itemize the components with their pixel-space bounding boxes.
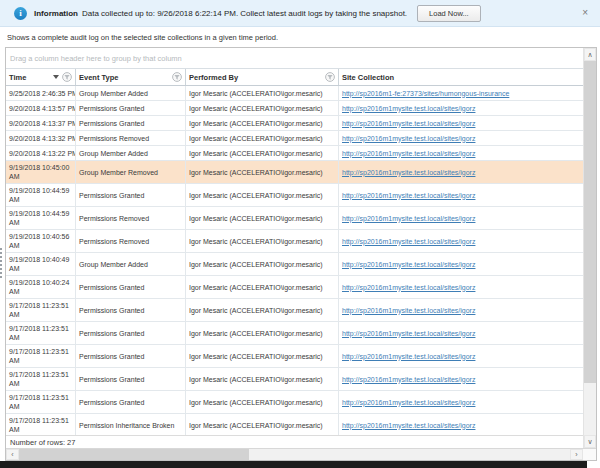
column-label: Site Collection xyxy=(342,73,394,82)
cell-event-type: Permissions Granted xyxy=(76,101,186,115)
audit-log-dialog: i Information Data collected up to: 9/26… xyxy=(0,0,600,468)
table-row[interactable]: 9/25/2018 2:46:35 PM Group Member Added … xyxy=(6,86,583,101)
table-row[interactable]: 9/20/2018 4:13:32 PM Permissions Removed… xyxy=(6,131,583,146)
site-collection-link[interactable]: http://sp2016m1mysite.test.local/sites/i… xyxy=(342,104,475,113)
site-collection-link[interactable]: http://sp2016m1mysite.test.local/sites/i… xyxy=(342,329,475,338)
table-row[interactable]: 9/19/2018 10:40:49 AM Group Member Added… xyxy=(6,253,583,276)
cell-site-collection: http://sp2016m1mysite.test.local/sites/i… xyxy=(339,230,583,252)
cell-site-collection: http://sp2016m1mysite.test.local/sites/i… xyxy=(339,345,583,367)
horizontal-scrollbar-thumb[interactable] xyxy=(19,449,249,460)
cell-performed-by: Igor Mesaric (ACCELERATIO\igor.mesaric) xyxy=(186,131,339,145)
table-row[interactable]: 9/20/2018 4:13:37 PM Permissions Granted… xyxy=(6,116,583,131)
site-collection-link[interactable]: http://sp2016m1mysite.test.local/sites/i… xyxy=(342,398,475,407)
column-header-performed-by[interactable]: Performed By xyxy=(186,69,339,85)
table-row[interactable]: 9/20/2018 4:13:57 PM Permissions Granted… xyxy=(6,101,583,116)
cell-event-type: Permissions Removed xyxy=(76,230,186,252)
column-label: Performed By xyxy=(189,73,238,82)
table-body: 9/25/2018 2:46:35 PM Group Member Added … xyxy=(6,86,583,435)
site-collection-link[interactable]: http://sp2016m1mysite.test.local/sites/i… xyxy=(342,237,475,246)
cell-site-collection: http://sp2016m1mysite.test.local/sites/i… xyxy=(339,391,583,413)
site-collection-link[interactable]: http://sp2016m1-fe:27373/sites/humongous… xyxy=(342,89,509,98)
cell-performed-by: Igor Mesaric (ACCELERATIO\igor.mesaric) xyxy=(186,86,339,100)
window-bottom-edge xyxy=(0,461,587,468)
cell-event-type: Permissions Granted xyxy=(76,391,186,413)
vertical-scrollbar[interactable]: ∧ ∨ xyxy=(583,48,596,448)
table-row[interactable]: 9/17/2018 11:23:51 AM Permissions Grante… xyxy=(6,299,583,322)
scroll-right-icon[interactable]: › xyxy=(570,449,583,460)
site-collection-link[interactable]: http://sp2016m1mysite.test.local/sites/i… xyxy=(342,283,475,292)
site-collection-link[interactable]: http://sp2016m1mysite.test.local/sites/i… xyxy=(342,149,475,158)
cell-performed-by: Igor Mesaric (ACCELERATIO\igor.mesaric) xyxy=(186,101,339,115)
cell-time: 9/19/2018 10:45:00 AM xyxy=(6,161,76,183)
table-row[interactable]: 9/19/2018 10:40:56 AM Permissions Remove… xyxy=(6,230,583,253)
table-row[interactable]: 9/19/2018 10:44:59 AM Permissions Grante… xyxy=(6,184,583,207)
cell-event-type: Group Member Removed xyxy=(76,161,186,183)
site-collection-link[interactable]: http://sp2016m1mysite.test.local/sites/i… xyxy=(342,191,475,200)
scroll-down-icon[interactable]: ∨ xyxy=(584,435,596,448)
load-now-button[interactable]: Load Now... xyxy=(417,5,481,22)
site-collection-link[interactable]: http://sp2016m1mysite.test.local/sites/i… xyxy=(342,134,475,143)
column-header-event-type[interactable]: Event Type xyxy=(76,69,186,85)
site-collection-link[interactable]: http://sp2016m1mysite.test.local/sites/i… xyxy=(342,306,475,315)
column-header-time[interactable]: Time xyxy=(6,69,76,85)
table-row[interactable]: 9/17/2018 11:23:51 AM Permissions Grante… xyxy=(6,368,583,391)
site-collection-link[interactable]: http://sp2016m1mysite.test.local/sites/i… xyxy=(342,260,475,269)
scroll-left-icon[interactable]: ‹ xyxy=(6,449,19,460)
vertical-scrollbar-thumb[interactable] xyxy=(584,61,596,383)
cell-event-type: Group Member Added xyxy=(76,253,186,275)
table-row[interactable]: 9/17/2018 11:23:51 AM Permissions Grante… xyxy=(6,322,583,345)
cell-time: 9/17/2018 11:23:51 AM xyxy=(6,322,76,344)
close-icon[interactable]: × xyxy=(578,6,592,20)
table-row[interactable]: 9/17/2018 11:23:51 AM Permissions Grante… xyxy=(6,345,583,368)
table-row[interactable]: 9/20/2018 4:13:22 PM Group Member Added … xyxy=(6,146,583,161)
table-row[interactable]: 9/17/2018 11:23:51 AM Permissions Grante… xyxy=(6,391,583,414)
cell-site-collection: http://sp2016m1mysite.test.local/sites/i… xyxy=(339,161,583,183)
info-banner: i Information Data collected up to: 9/26… xyxy=(0,0,600,27)
group-by-drop-area[interactable]: Drag a column header here to group by th… xyxy=(6,48,583,69)
horizontal-scrollbar[interactable]: ‹ › xyxy=(6,448,596,460)
cell-performed-by: Igor Mesaric (ACCELERATIO\igor.mesaric) xyxy=(186,146,339,160)
cell-event-type: Permissions Granted xyxy=(76,184,186,206)
cell-site-collection: http://sp2016m1mysite.test.local/sites/i… xyxy=(339,414,583,435)
cell-performed-by: Igor Mesaric (ACCELERATIO\igor.mesaric) xyxy=(186,207,339,229)
splitter-grip[interactable] xyxy=(0,248,3,278)
column-header-site-collection[interactable]: Site Collection xyxy=(339,69,583,85)
site-collection-link[interactable]: http://sp2016m1mysite.test.local/sites/i… xyxy=(342,352,475,361)
cell-site-collection: http://sp2016m1mysite.test.local/sites/i… xyxy=(339,322,583,344)
column-label: Event Type xyxy=(79,73,118,82)
banner-title: Information xyxy=(34,9,78,18)
cell-performed-by: Igor Mesaric (ACCELERATIO\igor.mesaric) xyxy=(186,230,339,252)
cell-time: 9/17/2018 11:23:51 AM xyxy=(6,345,76,367)
filter-icon[interactable] xyxy=(325,72,335,82)
cell-time: 9/19/2018 10:40:24 AM xyxy=(6,276,76,298)
site-collection-link[interactable]: http://sp2016m1mysite.test.local/sites/i… xyxy=(342,421,475,430)
audit-log-table: Drag a column header here to group by th… xyxy=(5,47,597,461)
page-description: Shows a complete audit log on the select… xyxy=(0,27,600,47)
table-row[interactable]: 9/19/2018 10:40:24 AM Permissions Grante… xyxy=(6,276,583,299)
site-collection-link[interactable]: http://sp2016m1mysite.test.local/sites/i… xyxy=(342,119,475,128)
cell-event-type: Permissions Granted xyxy=(76,322,186,344)
cell-performed-by: Igor Mesaric (ACCELERATIO\igor.mesaric) xyxy=(186,184,339,206)
scroll-up-icon[interactable]: ∧ xyxy=(584,48,596,61)
cell-site-collection: http://sp2016m1mysite.test.local/sites/i… xyxy=(339,253,583,275)
vertical-scrollbar-track[interactable] xyxy=(584,383,596,435)
cell-time: 9/19/2018 10:40:49 AM xyxy=(6,253,76,275)
cell-site-collection: http://sp2016m1mysite.test.local/sites/i… xyxy=(339,368,583,390)
table-row[interactable]: 9/19/2018 10:45:00 AM Group Member Remov… xyxy=(6,161,583,184)
cell-event-type: Permission Inheritance Broken xyxy=(76,414,186,435)
cell-time: 9/17/2018 11:23:51 AM xyxy=(6,391,76,413)
cell-performed-by: Igor Mesaric (ACCELERATIO\igor.mesaric) xyxy=(186,368,339,390)
site-collection-link[interactable]: http://sp2016m1mysite.test.local/sites/i… xyxy=(342,375,475,384)
cell-time: 9/20/2018 4:13:22 PM xyxy=(6,146,76,160)
table-row[interactable]: 9/19/2018 10:44:59 AM Permissions Remove… xyxy=(6,207,583,230)
cell-event-type: Permissions Granted xyxy=(76,116,186,130)
site-collection-link[interactable]: http://sp2016m1mysite.test.local/sites/i… xyxy=(342,214,475,223)
filter-icon[interactable] xyxy=(62,72,72,82)
cell-event-type: Permissions Granted xyxy=(76,368,186,390)
cell-time: 9/19/2018 10:44:59 AM xyxy=(6,207,76,229)
horizontal-scrollbar-track[interactable] xyxy=(249,449,570,460)
filter-icon[interactable] xyxy=(172,72,182,82)
table-row[interactable]: 9/17/2018 11:23:51 AM Permission Inherit… xyxy=(6,414,583,435)
cell-performed-by: Igor Mesaric (ACCELERATIO\igor.mesaric) xyxy=(186,322,339,344)
site-collection-link[interactable]: http://sp2016m1mysite.test.local/sites/i… xyxy=(342,168,475,177)
